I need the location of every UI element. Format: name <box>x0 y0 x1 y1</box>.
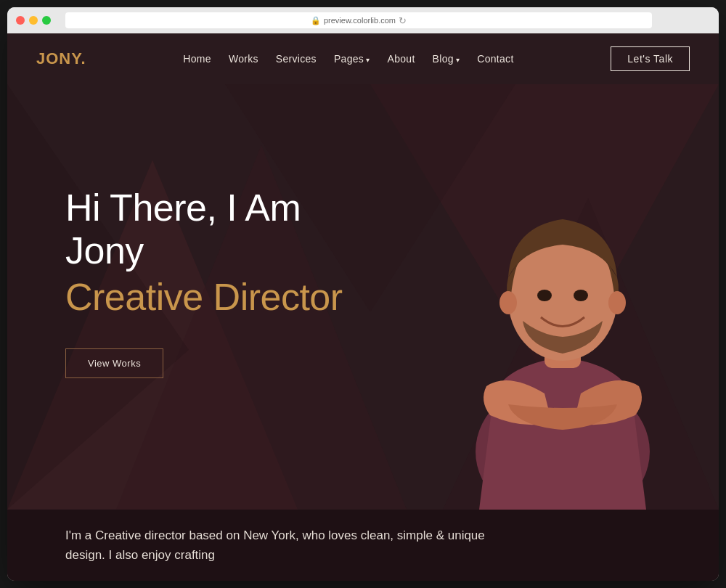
view-works-button[interactable]: View Works <box>65 348 163 378</box>
nav-item-contact[interactable]: Contact <box>477 52 513 65</box>
browser-window: 🔒 preview.colorlib.com ↻ JONY. Home Work… <box>7 7 719 581</box>
svg-point-11 <box>499 291 517 314</box>
minimize-button[interactable] <box>29 16 38 25</box>
cta-button[interactable]: Let's Talk <box>611 46 690 71</box>
nav-link-pages[interactable]: Pages <box>334 53 370 65</box>
hero-section: Hi There, I Am Jony Creative Director Vi… <box>7 84 719 510</box>
url-text: preview.colorlib.com <box>324 16 396 25</box>
fullscreen-button[interactable] <box>42 16 51 25</box>
nav-link-works[interactable]: Works <box>229 53 258 65</box>
close-button[interactable] <box>16 16 25 25</box>
nav-link-home[interactable]: Home <box>183 53 211 65</box>
nav-item-blog[interactable]: Blog <box>433 52 460 65</box>
person-svg <box>450 147 675 510</box>
url-bar[interactable]: 🔒 preview.colorlib.com ↻ <box>65 12 652 28</box>
website-content: JONY. Home Works Services Pages About <box>7 33 719 581</box>
hero-title: Hi There, I Am Jony <box>65 187 385 274</box>
nav-item-services[interactable]: Services <box>276 52 317 65</box>
svg-point-9 <box>537 290 552 301</box>
site-logo[interactable]: JONY. <box>36 49 86 68</box>
nav-link-services[interactable]: Services <box>276 53 317 65</box>
lock-icon: 🔒 <box>311 16 321 25</box>
nav-item-pages[interactable]: Pages <box>334 52 370 65</box>
traffic-lights <box>16 16 51 25</box>
svg-point-10 <box>574 290 588 301</box>
browser-chrome: 🔒 preview.colorlib.com ↻ <box>7 7 719 33</box>
nav-item-about[interactable]: About <box>388 52 415 65</box>
svg-point-12 <box>608 291 626 314</box>
nav-links: Home Works Services Pages About Blog <box>183 52 513 65</box>
hero-person-image <box>450 135 675 509</box>
hero-content: Hi There, I Am Jony Creative Director Vi… <box>7 187 414 407</box>
bottom-bar: I'm a Creative director based on New Yor… <box>7 510 719 581</box>
nav-item-works[interactable]: Works <box>229 52 258 65</box>
nav-link-about[interactable]: About <box>388 53 415 65</box>
nav-link-contact[interactable]: Contact <box>477 53 513 65</box>
refresh-icon[interactable]: ↻ <box>399 15 407 26</box>
bottom-description: I'm a Creative director based on New Yor… <box>65 526 501 565</box>
hero-subtitle: Creative Director <box>65 276 385 319</box>
navbar: JONY. Home Works Services Pages About <box>7 33 719 84</box>
nav-item-home[interactable]: Home <box>183 52 211 65</box>
nav-link-blog[interactable]: Blog <box>433 53 460 65</box>
